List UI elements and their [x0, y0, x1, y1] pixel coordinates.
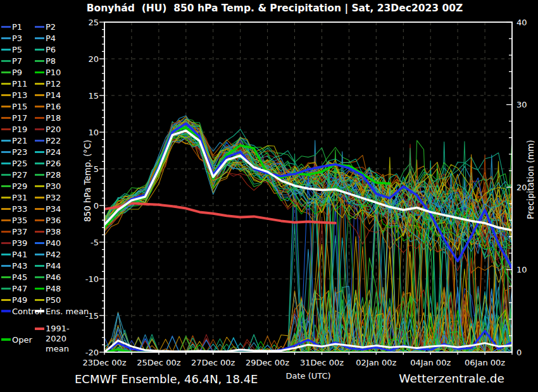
left-tick-label: 10 [88, 128, 99, 137]
right-tick-label: 10 [516, 265, 527, 274]
x-tick-label: 27Dec 00z [191, 358, 235, 367]
x-tick-label: 29Dec 00z [246, 358, 289, 367]
footer-branding: Wetterzentrale.de [399, 372, 504, 385]
x-tick-label: 31Dec 00z [300, 358, 344, 367]
x-tick-label: 04Jan 00z [410, 358, 451, 367]
left-tick-label: -5 [91, 238, 99, 247]
x-axis-label: Date (UTC) [245, 371, 372, 381]
right-tick-label: 0 [516, 348, 522, 357]
x-tick-label: 25Dec 00z [137, 358, 180, 367]
left-tick-label: 0 [94, 201, 99, 211]
x-tick-label: 02Jan 00z [356, 358, 396, 367]
right-tick-label: 30 [516, 100, 527, 109]
right-tick-label: 20 [516, 183, 527, 192]
left-tick-label: 15 [88, 91, 99, 101]
left-tick-label: -15 [85, 311, 99, 321]
right-tick-label: 40 [516, 18, 527, 27]
meteogram-chart: 2520151050-5-10-15-2040302010023Dec 00z2… [0, 0, 538, 392]
meteogram-page: { "title": "Bonyhád (HU) 850 hPa Temp. &… [0, 0, 538, 392]
footer-model-location: ECMWF Ensemble, 46.4N, 18.4E [75, 372, 258, 386]
left-tick-label: 25 [88, 18, 99, 27]
left-tick-label: 5 [94, 164, 99, 174]
x-tick-label: 23Dec 00z [82, 358, 126, 367]
left-tick-label: -10 [85, 274, 99, 284]
x-tick-label: 06Jan 00z [465, 358, 505, 367]
left-tick-label: 20 [88, 54, 99, 64]
left-tick-label: -20 [85, 348, 99, 357]
